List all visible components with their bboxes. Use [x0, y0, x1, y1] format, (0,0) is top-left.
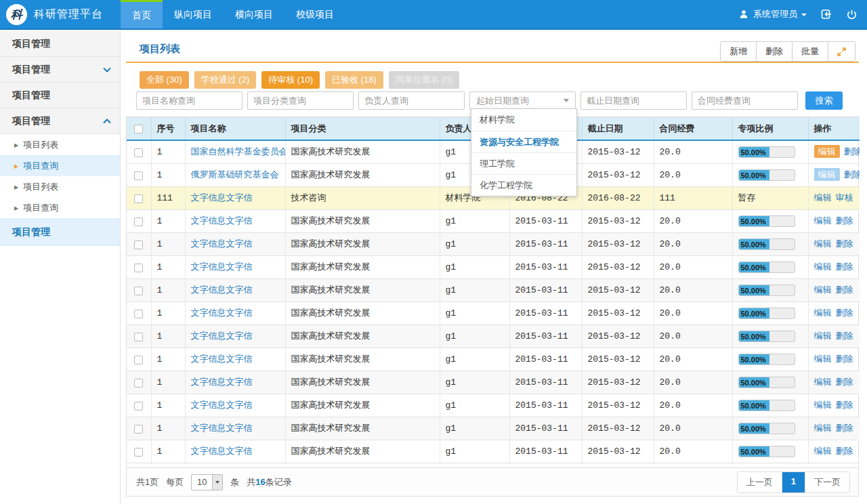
row-checkbox[interactable] — [134, 310, 143, 318]
toolbar-button[interactable]: 批量 — [792, 42, 828, 61]
row-checkbox[interactable] — [134, 448, 143, 457]
sidebar-item[interactable]: ▶项目查询 — [0, 155, 120, 176]
op-link-button[interactable]: 审核 — [836, 192, 853, 203]
prev-page-button[interactable]: 上一页 — [738, 472, 782, 492]
project-name-link[interactable]: 俄罗斯基础研究基金会 — [191, 169, 279, 180]
op-link-button[interactable]: 删除 — [836, 331, 853, 341]
sidebar-group[interactable]: 项目管理 — [0, 108, 120, 134]
op-link-button[interactable]: 删除 — [844, 169, 860, 180]
nav-tab[interactable]: 校级项目 — [284, 0, 345, 28]
expand-button[interactable] — [828, 42, 855, 61]
main-content: 项目列表 新增删除批量 全部 (30)学校通过 (2)待审核 (10)已验收 (… — [121, 31, 867, 504]
project-name-link[interactable]: 文字信息文字信 — [191, 446, 253, 456]
project-name-link[interactable]: 文字信息文字信 — [191, 354, 253, 364]
sidebar-item[interactable]: ▶项目查询 — [0, 197, 120, 218]
op-link-button[interactable]: 删除 — [836, 354, 853, 364]
sidebar-item[interactable]: ▶项目列表 — [0, 134, 120, 155]
project-name-link[interactable]: 文字信息文字信 — [191, 192, 253, 203]
exit-fullscreen-button[interactable] — [820, 8, 832, 20]
op-link-button[interactable]: 编辑 — [814, 331, 832, 341]
dropdown-option[interactable]: 资源与安全工程学院 — [471, 131, 576, 152]
nav-tab[interactable]: 纵向项目 — [163, 0, 224, 28]
row-checkbox[interactable] — [134, 217, 143, 226]
row-checkbox[interactable] — [134, 264, 143, 272]
row-checkbox[interactable] — [134, 356, 143, 364]
nav-tab[interactable]: 首页 — [121, 0, 163, 28]
op-link-button[interactable]: 删除 — [836, 400, 853, 410]
row-checkbox[interactable] — [134, 333, 143, 341]
project-name-link[interactable]: 国家自然科学基金委员会 — [191, 146, 286, 156]
row-checkbox[interactable] — [134, 171, 143, 180]
sidebar-group[interactable]: 项目管理 — [0, 31, 120, 57]
op-link-button[interactable]: 编辑 — [814, 285, 832, 295]
op-link-button[interactable]: 删除 — [836, 377, 853, 387]
filter-tab[interactable]: 已验收 (18) — [325, 71, 383, 89]
op-link-button[interactable]: 编辑 — [814, 261, 832, 272]
op-link-button[interactable]: 编辑 — [814, 377, 832, 387]
op-link-button[interactable]: 删除 — [836, 215, 853, 226]
sidebar-item[interactable]: ▶项目列表 — [0, 176, 120, 197]
search-button[interactable]: 搜索 — [805, 91, 843, 110]
op-link-button[interactable]: 删除 — [836, 308, 853, 318]
op-link-button[interactable]: 编辑 — [814, 446, 832, 456]
user-menu[interactable]: 系统管理员 — [738, 8, 807, 20]
filter-tabs: 全部 (30)学校通过 (2)待审核 (10)已验收 (18)同单位重名 (0) — [140, 71, 459, 89]
op-link-button[interactable]: 编辑 — [814, 192, 832, 203]
select-all-checkbox[interactable] — [134, 125, 143, 133]
op-link-button[interactable]: 删除 — [836, 423, 853, 433]
row-checkbox[interactable] — [134, 287, 143, 295]
sidebar-group[interactable]: 项目管理 — [0, 57, 120, 83]
op-link-button[interactable]: 编辑 — [814, 400, 832, 410]
topbar-right: 系统管理员 — [738, 0, 858, 28]
filter-tab[interactable]: 待审核 (10) — [261, 71, 320, 89]
row-checkbox[interactable] — [134, 425, 143, 434]
row-checkbox[interactable] — [134, 240, 143, 249]
op-link-button[interactable]: 编辑 — [814, 238, 832, 249]
toolbar-button[interactable]: 删除 — [756, 42, 792, 61]
search-input[interactable] — [136, 91, 242, 110]
dropdown-option[interactable]: 化学工程学院 — [471, 174, 576, 196]
project-name-link[interactable]: 文字信息文字信 — [191, 423, 253, 433]
op-link-button[interactable]: 删除 — [836, 238, 853, 249]
toolbar-button[interactable]: 新增 — [721, 42, 756, 61]
row-checkbox[interactable] — [134, 379, 143, 387]
nav-tab[interactable]: 横向项目 — [224, 0, 284, 28]
row-checkbox[interactable] — [134, 402, 143, 411]
filter-tab[interactable]: 学校通过 (2) — [194, 71, 257, 89]
project-name-link[interactable]: 文字信息文字信 — [191, 215, 253, 226]
project-name-link[interactable]: 文字信息文字信 — [191, 331, 253, 341]
logout-button[interactable] — [846, 9, 858, 20]
sidebar-group[interactable]: 项目管理 — [0, 83, 120, 108]
filter-tab[interactable]: 全部 (30) — [140, 71, 189, 89]
project-name-link[interactable]: 文字信息文字信 — [191, 400, 253, 410]
op-link-button[interactable]: 删除 — [836, 446, 853, 456]
op-link-button[interactable]: 编辑 — [814, 423, 832, 433]
current-page-button[interactable]: 1 — [782, 472, 805, 492]
op-link-button[interactable]: 删除 — [836, 285, 853, 295]
per-page-select[interactable]: 10 — [191, 474, 223, 490]
search-input[interactable] — [580, 91, 687, 110]
project-name-link[interactable]: 文字信息文字信 — [191, 238, 253, 249]
dropdown-option[interactable]: 理工学院 — [471, 152, 576, 174]
category-cell: 国家高技术研究发展 — [285, 163, 440, 186]
op-btn-orange-button[interactable]: 编辑 — [814, 145, 840, 158]
op-link-button[interactable]: 编辑 — [814, 308, 832, 318]
start-date-select[interactable]: 起始日期查询 — [469, 91, 576, 110]
op-link-button[interactable]: 删除 — [836, 261, 853, 272]
dropdown-option[interactable]: 材料学院 — [471, 109, 576, 131]
search-input[interactable] — [247, 91, 354, 110]
op-link-button[interactable]: 编辑 — [814, 354, 832, 364]
op-btn-blue-button[interactable]: 编辑 — [814, 168, 840, 181]
project-name-link[interactable]: 文字信息文字信 — [191, 285, 253, 295]
project-name-link[interactable]: 文字信息文字信 — [191, 377, 253, 387]
project-name-link[interactable]: 文字信息文字信 — [191, 308, 253, 318]
search-input[interactable] — [692, 91, 798, 110]
op-link-button[interactable]: 编辑 — [814, 215, 832, 226]
project-name-link[interactable]: 文字信息文字信 — [191, 261, 253, 272]
row-checkbox[interactable] — [134, 194, 143, 203]
sidebar-group[interactable]: 项目管理 — [0, 218, 120, 246]
search-input[interactable] — [358, 91, 465, 110]
row-checkbox[interactable] — [134, 148, 143, 157]
next-page-button[interactable]: 下一页 — [805, 472, 849, 492]
op-link-button[interactable]: 删除 — [844, 146, 860, 156]
